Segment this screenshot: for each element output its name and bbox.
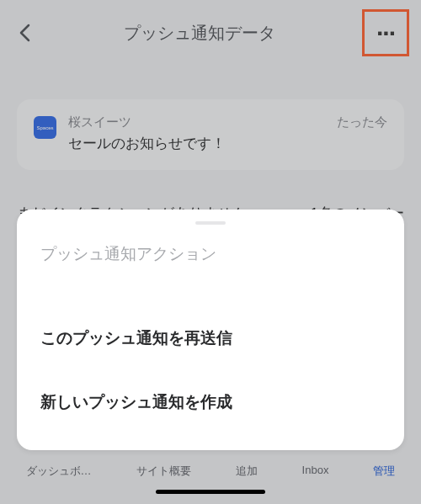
action-create-push[interactable]: 新しいプッシュ通知を作成 [40, 379, 381, 425]
sheet-title: プッシュ通知アクション [40, 243, 381, 265]
action-sheet: プッシュ通知アクション このプッシュ通知を再送信 新しいプッシュ通知を作成 [17, 210, 404, 450]
sheet-drag-handle[interactable] [195, 221, 226, 225]
action-resend-push[interactable]: このプッシュ通知を再送信 [40, 316, 381, 361]
sheet-actions: このプッシュ通知を再送信 新しいプッシュ通知を作成 [40, 316, 381, 425]
